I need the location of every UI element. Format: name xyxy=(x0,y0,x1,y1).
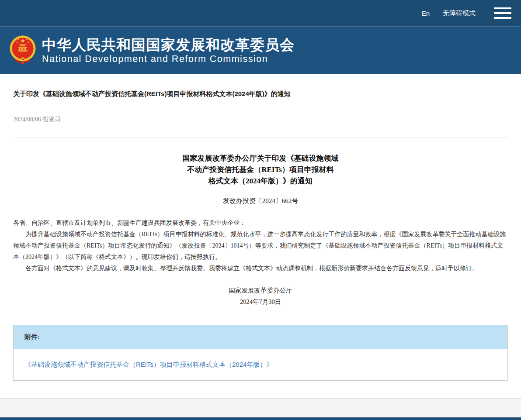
attachment-section: 附件: 《基础设施领域不动产投资信托基金（REITs）项目申报材料格式文本（20… xyxy=(13,325,508,381)
attachment-label: 附件: xyxy=(24,333,40,341)
english-version-link[interactable]: En xyxy=(422,10,430,17)
attachment-header: 附件: xyxy=(14,325,507,349)
footer-accent-bar xyxy=(0,417,521,420)
top-utility-bar: En 无障碍模式 xyxy=(0,0,521,26)
footer-strip xyxy=(0,398,521,417)
national-emblem-icon xyxy=(9,34,37,67)
article-date-department: 2024/08/06 投资司 xyxy=(13,116,508,124)
article-content: 关于印发《基础设施领域不动产投资信托基金(REITs)项目申报材料格式文本(20… xyxy=(0,74,521,398)
document-number: 发改办投资〔2024〕662号 xyxy=(13,197,508,205)
site-title-chinese: 中华人民共和国国家发展和改革委员会 xyxy=(42,37,295,53)
signature-date: 2024年7月30日 xyxy=(13,296,508,307)
document-body: 各省、自治区、直辖市及计划单列市、新疆生产建设兵团发展改革委，有关中央企业： 为… xyxy=(13,217,508,274)
page-footer xyxy=(0,398,521,420)
title-divider xyxy=(13,138,508,138)
document-title-line: 格式文本（2024年版）》的通知 xyxy=(13,176,508,187)
site-title-english: National Development and Reform Commissi… xyxy=(42,53,295,65)
document-title: 国家发展改革委办公厅关于印发《基础设施领域 不动产投资信托基金（REITs）项目… xyxy=(13,153,508,187)
body-paragraph: 各方面对《格式文本》的意见建议，请及时收集、整理并反馈我委。我委将建立《格式文本… xyxy=(13,263,508,274)
attachment-download-link[interactable]: 《基础设施领域不动产投资信托基金（REITs）项目申报材料格式文本（2024年版… xyxy=(24,361,273,368)
salutation-paragraph: 各省、自治区、直辖市及计划单列市、新疆生产建设兵团发展改革委，有关中央企业： xyxy=(13,217,508,229)
document-title-line: 国家发展改革委办公厅关于印发《基础设施领域 xyxy=(13,153,508,164)
document-title-line: 不动产投资信托基金（REITs）项目申报材料 xyxy=(13,164,508,176)
site-masthead: 中华人民共和国国家发展和改革委员会 National Development a… xyxy=(0,26,521,74)
signature-issuer: 国家发展改革委办公厅 xyxy=(13,285,508,296)
hamburger-menu-icon[interactable] xyxy=(494,7,511,19)
body-paragraph: 为提升基础设施领域不动产投资信托基金（REITs）项目申报材料的标准化、规范化水… xyxy=(13,229,508,263)
site-logo[interactable]: 中华人民共和国国家发展和改革委员会 National Development a… xyxy=(9,34,295,67)
attachment-body: 《基础设施领域不动产投资信托基金（REITs）项目申报材料格式文本（2024年版… xyxy=(14,349,507,380)
accessibility-mode-link[interactable]: 无障碍模式 xyxy=(443,9,476,17)
page-title: 关于印发《基础设施领域不动产投资信托基金(REITs)项目申报材料格式文本(20… xyxy=(13,90,508,98)
